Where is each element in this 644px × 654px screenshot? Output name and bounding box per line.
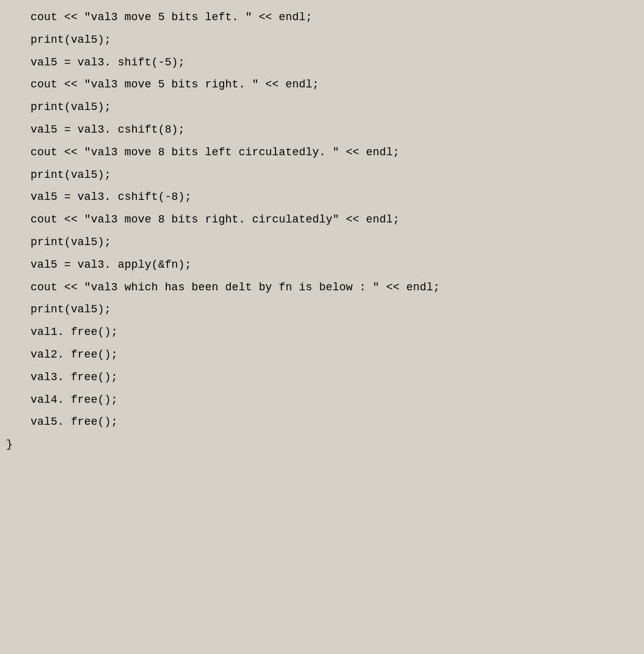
code-line-6: val5 = val3. cshift(8); (0, 119, 644, 141)
code-line-17: val3. free(); (0, 366, 644, 389)
code-line-5: print(val5); (0, 96, 644, 119)
code-line-12: val5 = val3. apply(&fn); (0, 254, 644, 276)
code-line-15: val1. free(); (0, 321, 644, 344)
code-line-13: cout << "val3 which has been delt by fn … (0, 276, 644, 299)
code-line-18: val4. free(); (0, 389, 644, 411)
code-line-3: val5 = val3. shift(-5); (0, 51, 644, 74)
code-line-1: cout << "val3 move 5 bits left. " << end… (0, 6, 644, 29)
code-line-4: cout << "val3 move 5 bits right. " << en… (0, 73, 644, 96)
code-line-14: print(val5); (0, 298, 644, 321)
code-line-16: val2. free(); (0, 344, 644, 366)
code-line-19: val5. free(); (0, 411, 644, 433)
code-line-8: print(val5); (0, 164, 644, 186)
code-line-11: print(val5); (0, 231, 644, 254)
closing-brace-line: } (0, 433, 644, 456)
code-line-10: cout << "val3 move 8 bits right. circula… (0, 208, 644, 231)
code-line-2: print(val5); (0, 29, 644, 51)
code-line-7: cout << "val3 move 8 bits left circulate… (0, 141, 644, 164)
code-editor: cout << "val3 move 5 bits left. " << end… (0, 0, 644, 654)
code-line-9: val5 = val3. cshift(-8); (0, 186, 644, 208)
